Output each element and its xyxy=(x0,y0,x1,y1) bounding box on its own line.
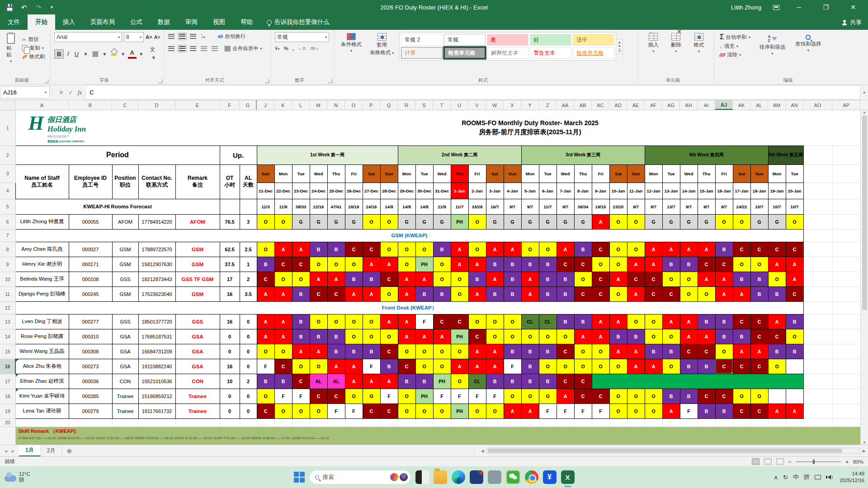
col-header-V[interactable]: V xyxy=(468,100,486,110)
cell-AB17[interactable]: C xyxy=(574,374,592,389)
grow-font-icon[interactable]: A˄ xyxy=(146,34,152,40)
cell-X15[interactable]: B xyxy=(504,344,521,359)
cell-AP7[interactable] xyxy=(832,229,860,242)
day-cell-T[interactable]: Wed xyxy=(433,164,451,183)
cell-Z9[interactable]: B xyxy=(539,257,557,272)
cell-D20[interactable] xyxy=(138,418,175,427)
cell-N15[interactable]: B xyxy=(327,344,345,359)
clear-button[interactable]: 清除▾ xyxy=(718,51,752,59)
cell-Z14[interactable]: O xyxy=(539,329,557,344)
wrap-text-button[interactable]: ab自动换行 xyxy=(216,32,248,41)
cell-AE13[interactable]: O xyxy=(627,314,645,329)
column-header-2[interactable]: Position职位 xyxy=(112,164,138,199)
increase-decimal-icon[interactable]: ←.0 xyxy=(298,46,306,51)
cell-AI13[interactable]: B xyxy=(698,314,715,329)
fill-handle[interactable] xyxy=(731,372,733,374)
formula-input[interactable]: C xyxy=(86,85,860,100)
row-header-18[interactable]: 18 xyxy=(0,389,15,404)
cell-M14[interactable]: B xyxy=(310,329,327,344)
section-header-row12[interactable]: Front Desk (KWEAP） xyxy=(15,301,803,314)
col-header-E[interactable]: E xyxy=(175,100,220,110)
column-header-1[interactable]: Employee ID员工号 xyxy=(69,164,112,199)
up-header[interactable]: Up. xyxy=(220,145,257,164)
col-header-D[interactable]: D xyxy=(138,100,175,110)
cell-E14[interactable]: GSA xyxy=(175,329,220,344)
cell-W19[interactable]: O xyxy=(486,404,504,418)
display-icon[interactable] xyxy=(815,475,821,479)
cell-Y9[interactable]: B xyxy=(521,257,539,272)
cell-AJ19[interactable]: B xyxy=(715,404,733,418)
col-header-AO[interactable]: AO xyxy=(803,100,832,110)
cell-F15[interactable]: 0 xyxy=(220,344,240,359)
expand-formula-bar-icon[interactable]: ▾ xyxy=(860,85,868,100)
cell-J10[interactable]: C xyxy=(257,272,274,286)
cell-AA18[interactable]: A xyxy=(557,389,574,404)
day-cell-K[interactable]: Mon xyxy=(274,164,292,183)
cell-AO15[interactable] xyxy=(803,344,832,359)
cell-W11[interactable]: B xyxy=(486,286,504,301)
cell-F9[interactable]: 37.5 xyxy=(220,257,240,272)
cell-O8[interactable]: C xyxy=(345,242,363,257)
cell-D8[interactable]: 17889722570 xyxy=(138,242,175,257)
cell-P19[interactable]: C xyxy=(363,404,380,418)
copy-button[interactable]: 复制▾ xyxy=(20,44,47,52)
day-cell-W[interactable]: Sat xyxy=(486,164,504,183)
cell-AN11[interactable]: C xyxy=(786,286,803,301)
col-header-P[interactable]: P xyxy=(363,100,380,110)
cell-AP9[interactable] xyxy=(832,257,860,272)
cell-AG14[interactable]: O xyxy=(662,329,680,344)
cell-V19[interactable]: O xyxy=(468,404,486,418)
cell-AO13[interactable] xyxy=(803,314,832,329)
col-header-AJ[interactable]: AJ xyxy=(715,100,733,110)
cell-C15[interactable]: GSA xyxy=(112,344,138,359)
cell-AM19[interactable]: A xyxy=(768,404,786,418)
row-header-4[interactable]: 4 xyxy=(0,183,15,199)
cell-W17[interactable]: B xyxy=(486,374,504,389)
name-box[interactable]: AJ16▾ xyxy=(0,86,50,99)
cell-P11[interactable]: A xyxy=(363,286,380,301)
cell-N9[interactable]: O xyxy=(327,257,345,272)
cell-M11[interactable]: C xyxy=(310,286,327,301)
cell-AC20[interactable] xyxy=(592,418,609,427)
date-cell-AA[interactable]: 7-Jan xyxy=(557,183,574,199)
cell-E19[interactable]: Trainee xyxy=(175,404,220,418)
cell-AG16[interactable]: O xyxy=(662,359,680,374)
col-header-AP[interactable]: AP xyxy=(832,100,860,110)
cell-S15[interactable]: O xyxy=(415,344,433,359)
cell-range-green-row17[interactable] xyxy=(592,374,803,389)
cell-T13[interactable]: C xyxy=(433,314,451,329)
cell-R19[interactable]: O xyxy=(398,404,415,418)
find-select-button[interactable]: 查找和选择▾ xyxy=(793,34,824,53)
cell-R13[interactable]: A xyxy=(398,314,415,329)
row-header-20[interactable]: 20 xyxy=(0,418,15,427)
cell-Z11[interactable]: B xyxy=(539,286,557,301)
ribbon-display-options-icon[interactable] xyxy=(773,5,779,10)
zoom-in-icon[interactable]: + xyxy=(845,459,849,465)
cell-X19[interactable]: A xyxy=(504,404,521,418)
redo-icon[interactable]: ↷▾ xyxy=(36,4,43,11)
forecast-U[interactable]: 11/7 xyxy=(451,199,468,214)
cell-AM20[interactable] xyxy=(768,418,786,427)
cell-AA14[interactable]: O xyxy=(557,329,574,344)
cell-S16[interactable]: O xyxy=(415,359,433,374)
forecast-label[interactable]: KWEAP-HI Rooms Forecast xyxy=(15,199,220,214)
cell-AB14[interactable]: A xyxy=(574,329,592,344)
cell-AN19[interactable]: A xyxy=(786,404,803,418)
cell-AI9[interactable]: C xyxy=(698,257,715,272)
col-header-AB[interactable]: AB xyxy=(574,100,592,110)
cell-AP11[interactable] xyxy=(832,286,860,301)
cell-V9[interactable]: A xyxy=(468,257,486,272)
cell-C10[interactable]: GSS xyxy=(112,272,138,286)
cell-AJ10[interactable]: A xyxy=(715,272,733,286)
cell-T6[interactable]: G xyxy=(433,214,451,229)
conditional-formatting-button[interactable]: 条件格式▾ xyxy=(338,32,364,54)
cell-O13[interactable]: O xyxy=(345,314,363,329)
cell-X8[interactable]: A xyxy=(504,242,521,257)
cell-Q9[interactable]: A xyxy=(380,257,398,272)
row-header-15[interactable]: 15 xyxy=(0,344,15,359)
cell-K15[interactable]: O xyxy=(274,344,292,359)
day-cell-P[interactable]: Sat xyxy=(363,164,380,183)
day-cell-Z[interactable]: Tue xyxy=(539,164,557,183)
cell-AP20[interactable] xyxy=(832,418,860,427)
cell-P9[interactable]: A xyxy=(363,257,380,272)
